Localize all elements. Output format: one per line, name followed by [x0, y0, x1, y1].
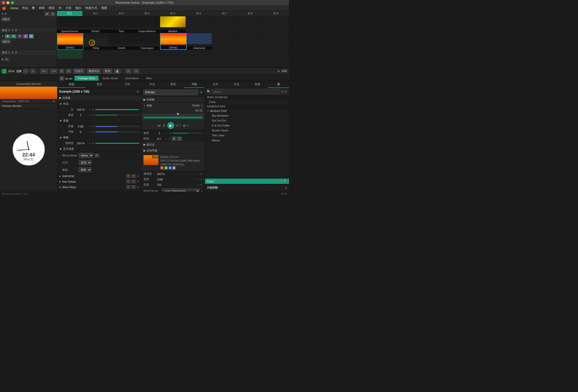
- balance-minus[interactable]: −: [88, 130, 91, 134]
- redo-btn[interactable]: ↪: [133, 69, 139, 74]
- clip-panel-tab-clip[interactable]: 片段: [184, 81, 205, 88]
- col-header-8[interactable]: 列 8: [238, 11, 263, 16]
- sources-tab-sources[interactable]: 源: [268, 81, 289, 88]
- pause-btn[interactable]: 暂停: [103, 69, 112, 74]
- half-btn[interactable]: /2: [59, 69, 64, 73]
- comp-gear[interactable]: ⚙: [136, 90, 139, 93]
- crossfade-section[interactable]: ▼ 交叉渐变: [57, 146, 141, 152]
- forward-btn[interactable]: ⟶: [50, 69, 57, 74]
- clip-r2-c3[interactable]: Enter5: [109, 33, 135, 50]
- col-header-6[interactable]: 列 6: [186, 11, 212, 16]
- clip-panel-tab-layer[interactable]: 图层: [163, 81, 184, 88]
- tab-wire[interactable]: Wire: [143, 76, 155, 81]
- clip-r1-c5[interactable]: Metalive: [160, 16, 186, 33]
- clip-r2-c2[interactable]: Trinity: [83, 33, 109, 50]
- next-btn[interactable]: ⏭: [69, 77, 72, 80]
- clip-rewind[interactable]: ⏮: [157, 123, 161, 127]
- layer2-b[interactable]: B: [5, 34, 10, 38]
- wavey-item[interactable]: Wavey: [205, 138, 289, 143]
- media-close-btn[interactable]: ✕: [155, 156, 158, 158]
- menu-group[interactable]: 群组: [39, 6, 45, 10]
- search-clear[interactable]: ✕: [281, 90, 284, 93]
- source-p-btn[interactable]: P.: [283, 180, 287, 183]
- col-header-2[interactable]: 列 2: [83, 11, 108, 16]
- clip-pause-btn[interactable]: ⏸: [162, 123, 166, 127]
- clip-r1-c2[interactable]: Ethnik2: [83, 16, 108, 33]
- search-input[interactable]: [212, 89, 280, 94]
- rewind-btn[interactable]: ⟵: [41, 69, 48, 74]
- balance-slider[interactable]: [95, 131, 139, 132]
- shift-rgb-x[interactable]: ✕: [137, 174, 139, 178]
- autonav-section[interactable]: ▶ 自动导航: [142, 148, 205, 154]
- volume-slider[interactable]: [95, 126, 139, 127]
- tab-footage-shop[interactable]: Footage Shop: [74, 76, 98, 81]
- close-button[interactable]: [2, 1, 5, 4]
- clip-r3-c4[interactable]: [134, 50, 160, 59]
- window-controls[interactable]: [2, 1, 14, 4]
- clip-settings-gear[interactable]: ⚙: [200, 91, 203, 94]
- maximize-button[interactable]: [11, 1, 14, 4]
- volume-plus[interactable]: +: [92, 125, 94, 128]
- rgba-r-btn[interactable]: R: [160, 166, 164, 170]
- clip-time-double[interactable]: *2: [177, 137, 182, 141]
- clock-source-item[interactable]: Clock: [205, 99, 289, 104]
- menu-composition[interactable]: 作品: [22, 6, 28, 10]
- opacity-minus[interactable]: −: [88, 142, 91, 145]
- hue-rotate-p[interactable]: P.: [131, 180, 136, 183]
- wave-warp-p[interactable]: P.: [131, 185, 136, 189]
- clip-r3-c8[interactable]: [238, 50, 263, 59]
- tab-generators[interactable]: Generators: [121, 76, 142, 81]
- in-out-fader-item[interactable]: In & Out Fader: [205, 123, 289, 128]
- clip-r3-c7[interactable]: [212, 50, 237, 59]
- double-btn[interactable]: ×2: [66, 69, 71, 73]
- layer2-close[interactable]: ✕: [1, 35, 4, 38]
- layer-a-btn[interactable]: B: [4, 58, 9, 61]
- clip-speed-slider[interactable]: [173, 133, 203, 134]
- menu-output[interactable]: 输出: [75, 6, 81, 10]
- tab-audio-visual[interactable]: Audio Visual: [99, 76, 121, 81]
- clip-r3-c3[interactable]: [108, 50, 134, 59]
- volume-minus[interactable]: −: [88, 125, 91, 128]
- col-header-5[interactable]: 列 5: [160, 11, 186, 16]
- clip-r1-c1[interactable]: SpaceUniverse: [57, 16, 83, 33]
- layer2-s[interactable]: S: [11, 34, 16, 38]
- opacity-plus-2[interactable]: +: [200, 172, 203, 176]
- menu-clip[interactable]: 片段: [66, 6, 72, 10]
- apple-menu[interactable]: 🍎: [2, 6, 6, 10]
- menu-view[interactable]: 视图: [101, 6, 107, 10]
- minimize-button[interactable]: [6, 1, 9, 4]
- blend-p-btn[interactable]: P.: [95, 154, 99, 157]
- layer3-add[interactable]: Add ▾: [1, 17, 10, 21]
- clip-time-minus[interactable]: −: [165, 137, 168, 141]
- clip-speed-plus[interactable]: +: [169, 131, 172, 135]
- opacity-slider[interactable]: [95, 143, 139, 144]
- clip-dashboard-section[interactable]: ▶ 仪表板: [142, 97, 205, 103]
- clip-r2-c8[interactable]: [238, 33, 264, 50]
- video-section[interactable]: ▼ 视频: [57, 135, 141, 141]
- add-source-btn[interactable]: +: [285, 89, 287, 94]
- lock-btn[interactable]: 🔒: [114, 69, 120, 74]
- big-sweepers-item[interactable]: Big Sweepers: [205, 113, 289, 118]
- col-header-1[interactable]: 列 1: [57, 11, 83, 16]
- hue-rotate-b[interactable]: B: [126, 180, 130, 183]
- panel-tab-layer[interactable]: 图层: [85, 81, 113, 88]
- resync-btn[interactable]: 重新同步: [87, 69, 101, 74]
- layer3-close[interactable]: ✕: [1, 12, 4, 16]
- master-plus[interactable]: +: [92, 108, 94, 111]
- comp-section[interactable]: ▼ 作品: [57, 101, 141, 107]
- clip-r3-c1[interactable]: [57, 50, 83, 59]
- clip-r2-c4[interactable]: Cyberspace: [135, 33, 160, 50]
- shift-rgb-p[interactable]: P.: [131, 174, 136, 178]
- rgba-a-btn[interactable]: A: [172, 166, 176, 170]
- clip-r2-c5[interactable]: Ethnik2: [160, 33, 187, 50]
- clip-r1-c9[interactable]: [263, 16, 289, 33]
- clip-r1-c6[interactable]: [186, 16, 212, 33]
- sources-tab-comp[interactable]: 作品: [226, 81, 247, 88]
- clip-panel-tab-comp[interactable]: 作品: [142, 81, 163, 88]
- comp-settings-gear[interactable]: ⚙: [52, 99, 55, 103]
- wave-warp-x[interactable]: ✕: [137, 185, 139, 189]
- panel-tab-composition[interactable]: 作品: [57, 81, 85, 88]
- clip-next[interactable]: ⏭: [183, 123, 186, 127]
- balance-plus[interactable]: +: [92, 130, 94, 134]
- layer3-b-btn[interactable]: M: [45, 12, 49, 16]
